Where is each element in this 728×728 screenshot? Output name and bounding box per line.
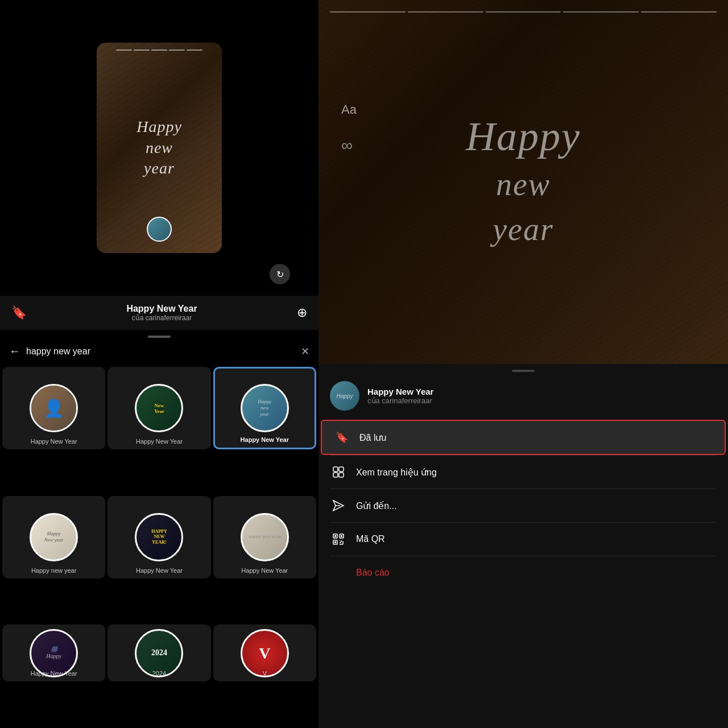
filter-circle-5: HAPPYNEWYEAR!: [135, 513, 183, 561]
right-story-title: Happy New Year: [367, 387, 433, 396]
story-progress-dots: [97, 49, 222, 51]
filter-face-1: 👤: [31, 386, 76, 431]
search-input[interactable]: [26, 346, 295, 357]
menu-label-report: Báo cáo: [356, 568, 390, 578]
filter-thumb-2: NewYear: [107, 367, 210, 449]
story-overlay-text: Happy new year: [136, 117, 182, 179]
right-story-text-block: Happy New Year của carinaferreiraar: [367, 387, 433, 405]
refresh-button[interactable]: ↻: [270, 264, 290, 284]
right-avatar-inner: Happy: [330, 381, 359, 411]
filter-gray-text-6: HAPPY NEW YEAR: [246, 532, 283, 541]
filter-thumb-1: 👤: [2, 367, 105, 449]
filter-light-text-4: HappyNew year: [42, 528, 66, 545]
left-panel: Happy new year ↻ 🔖 Happy New Year của ca…: [0, 0, 318, 728]
filter-item-9[interactable]: V V: [213, 624, 316, 681]
menu-label-send-to: Gửi đến...: [356, 500, 397, 511]
story-title-block: Happy New Year của carinaferreiraar: [126, 304, 197, 322]
filter-green-text-2: NewYear: [154, 403, 164, 414]
rdot-5: [641, 11, 717, 13]
story-author: của carinaferreiraar: [126, 314, 197, 322]
svg-rect-1: [339, 467, 344, 471]
filter-item-8[interactable]: 2024 2024: [107, 624, 210, 681]
filter-item-6[interactable]: HAPPY NEW YEAR Happy New Year: [213, 496, 316, 578]
add-icon[interactable]: ⊕: [297, 305, 307, 320]
right-infinity-label: ∞: [341, 136, 353, 155]
menu-item-qr[interactable]: Mã QR: [318, 523, 728, 556]
menu-item-send-to[interactable]: Gửi đến...: [318, 489, 728, 522]
filter-circle-1: 👤: [30, 384, 78, 432]
dot-4: [169, 49, 185, 51]
rdot-1: [330, 11, 406, 13]
filter-grid: 👤 Happy New Year NewYear Happy New Year …: [0, 365, 318, 728]
rdot-4: [563, 11, 639, 13]
filter-label-1: Happy New Year: [31, 438, 77, 445]
menu-label-saved: Đã lưu: [359, 432, 386, 443]
filter-item-1[interactable]: 👤 Happy New Year: [2, 367, 105, 449]
bookmark-filled-icon: 🔖: [334, 430, 349, 445]
filter-v-text-9: V: [257, 642, 272, 665]
filter-label-5: Happy New Year: [136, 567, 183, 574]
dot-3: [151, 49, 167, 51]
story-preview-area: Happy new year ↻: [0, 0, 318, 296]
filter-label-9: V: [263, 670, 267, 677]
dot-5: [187, 49, 202, 51]
right-story-avatar: Happy: [330, 381, 359, 411]
svg-rect-11: [334, 541, 336, 543]
story-title: Happy New Year: [126, 304, 197, 314]
filter-circle-6: HAPPY NEW YEAR: [241, 513, 289, 561]
story-info-bar: 🔖 Happy New Year của carinaferreiraar ⊕: [0, 296, 318, 330]
filter-label-6: Happy New Year: [241, 567, 288, 574]
filter-item-5[interactable]: HAPPYNEWYEAR! Happy New Year: [107, 496, 210, 578]
filter-item-2[interactable]: NewYear Happy New Year: [107, 367, 210, 449]
search-bar: ← ✕: [0, 338, 318, 365]
rdot-3: [486, 11, 561, 13]
filter-label-8: 2024: [152, 670, 166, 677]
svg-rect-0: [333, 467, 338, 471]
right-story-author: của carinaferreiraar: [367, 396, 433, 405]
menu-item-view-effect[interactable]: Xem trang hiệu ứng: [318, 456, 728, 489]
bookmark-icon[interactable]: 🔖: [11, 305, 27, 320]
filter-label-3: Happy New Year: [241, 436, 289, 443]
menu-item-saved[interactable]: 🔖 Đã lưu: [321, 420, 726, 455]
rdot-2: [408, 11, 483, 13]
send-icon: [331, 498, 346, 513]
filter-circle-4: HappyNew year: [30, 513, 78, 561]
right-panel: Aa ∞ Happy new year Happy Happy New Year…: [318, 0, 728, 728]
right-aa-label: Aa: [341, 102, 357, 117]
filter-item-3[interactable]: Happynewyear Happy New Year: [213, 367, 316, 449]
story-avatar: [147, 217, 172, 242]
filter-circle-3: Happynewyear: [241, 384, 289, 432]
svg-rect-10: [341, 535, 342, 537]
right-preview: Aa ∞ Happy new year: [318, 0, 728, 364]
filter-dark-text-5: HAPPYNEWYEAR!: [149, 527, 169, 548]
filter-label-2: Happy New Year: [136, 438, 183, 445]
report-icon: [331, 565, 346, 580]
filter-circle-2: NewYear: [135, 384, 183, 432]
menu-label-view-effect: Xem trang hiệu ứng: [356, 467, 437, 478]
right-bottom-sheet: Happy Happy New Year của carinaferreiraa…: [318, 364, 728, 728]
filter-party-text-7: 🎆Happy: [44, 644, 64, 662]
filter-thumb-4: HappyNew year: [2, 496, 105, 578]
filter-item-4[interactable]: HappyNew year Happy new year: [2, 496, 105, 578]
svg-rect-3: [339, 473, 344, 477]
view-effect-icon: [331, 465, 346, 479]
qr-icon: [331, 532, 346, 547]
menu-item-report[interactable]: Báo cáo: [318, 556, 728, 589]
filter-thumb-6: HAPPY NEW YEAR: [213, 496, 316, 578]
right-story-info: Happy Happy New Year của carinaferreiraa…: [318, 372, 728, 420]
filter-item-7[interactable]: 🎆Happy Happy New Year: [2, 624, 105, 681]
svg-rect-9: [334, 535, 336, 537]
back-button[interactable]: ←: [9, 345, 20, 358]
filter-ocean-text-3: Happynewyear: [255, 396, 274, 419]
svg-rect-2: [333, 473, 338, 477]
dot-1: [116, 49, 132, 51]
filter-label-4: Happy new year: [31, 567, 77, 574]
filter-24-text-8: 2024: [149, 646, 169, 660]
clear-button[interactable]: ✕: [301, 345, 309, 358]
story-card[interactable]: Happy new year: [97, 43, 222, 253]
right-preview-text: Happy new year: [466, 114, 581, 250]
right-progress-dots: [330, 11, 717, 13]
menu-label-qr: Mã QR: [356, 534, 385, 544]
dot-2: [134, 49, 150, 51]
filter-thumb-5: HAPPYNEWYEAR!: [107, 496, 210, 578]
